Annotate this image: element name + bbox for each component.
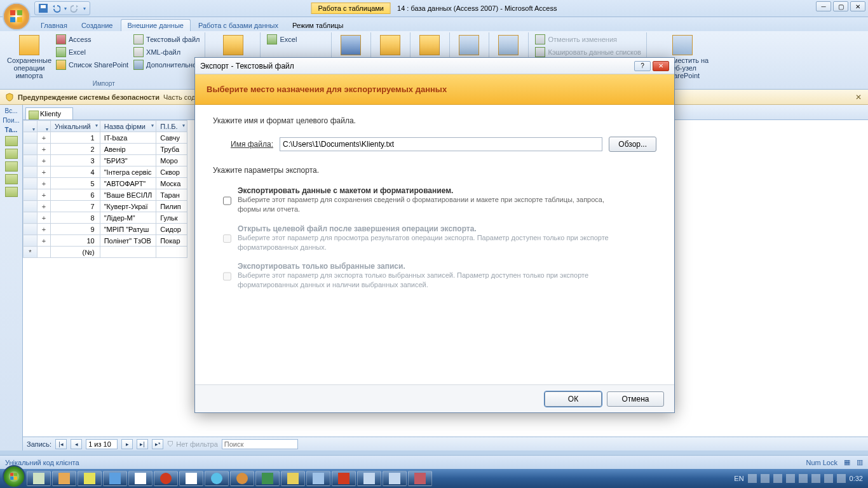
export-formatted-checkbox[interactable]	[223, 187, 231, 214]
cell-firm[interactable]: "МРІП "Ратуш	[100, 224, 156, 235]
expand-button[interactable]: +	[37, 201, 51, 212]
maximize-button[interactable]: ▢	[833, 1, 848, 11]
taskbar-app-icon[interactable]	[205, 471, 229, 486]
expand-button[interactable]: +	[37, 224, 51, 235]
cell-firm[interactable]: IT-baza	[100, 132, 156, 144]
taskbar-app-icon[interactable]	[154, 471, 178, 486]
taskbar-app-icon[interactable]	[255, 471, 280, 486]
record-position-input[interactable]	[86, 439, 118, 449]
cell-id[interactable]: 5	[51, 178, 100, 189]
tray-icon[interactable]	[799, 474, 808, 483]
browse-button[interactable]: Обзор...	[609, 137, 656, 152]
record-search-input[interactable]	[222, 439, 298, 449]
expand-button[interactable]: +	[37, 235, 51, 247]
close-button[interactable]: ✕	[850, 1, 865, 11]
nav-prev-button[interactable]: ◂	[71, 439, 82, 449]
view-datasheet-icon[interactable]: ▦	[844, 458, 850, 466]
expand-button[interactable]: +	[37, 212, 51, 224]
expand-button[interactable]: +	[37, 189, 51, 201]
cell-firm[interactable]: "Ваше ВЕСІЛЛ	[100, 189, 156, 201]
undo-dropdown-icon[interactable]: ▾	[64, 6, 67, 11]
nav-new-button[interactable]: ▸*	[152, 439, 163, 449]
nav-table-icon[interactable]	[5, 174, 18, 184]
cell-firm[interactable]	[100, 247, 156, 258]
export-excel-button[interactable]: Excel	[266, 34, 298, 45]
collect-button-1[interactable]	[376, 34, 404, 58]
cell-id[interactable]: (№)	[51, 247, 100, 258]
taskbar-app-icon[interactable]	[306, 471, 330, 486]
table-row[interactable]: + 1 IT-baza Савчу	[24, 132, 187, 144]
saved-imports-button[interactable]: Сохраненные операции импорта	[6, 34, 52, 81]
taskbar-app-icon[interactable]	[281, 471, 305, 486]
table-row[interactable]: + 10 Полінет" ТзОВ Покар	[24, 235, 187, 247]
table-row[interactable]: + 6 "Ваше ВЕСІЛЛ Таран	[24, 189, 187, 201]
table-row[interactable]: + 4 "Інтегра сервіс Сквор	[24, 166, 187, 178]
export-saved-button[interactable]	[210, 34, 256, 58]
taskbar-app-icon[interactable]	[230, 471, 254, 486]
cell-pib[interactable]: Сидор	[156, 224, 187, 235]
column-header-pib[interactable]: П.І.Б.	[156, 121, 187, 132]
cell-id[interactable]: 3	[51, 155, 100, 166]
security-close-button[interactable]: ✕	[854, 93, 863, 102]
cell-pib[interactable]: Гульк	[156, 212, 187, 224]
table-row[interactable]: + 3 "БРИЗ" Моро	[24, 155, 187, 166]
nav-table-icon[interactable]	[5, 187, 18, 197]
cell-id[interactable]: 2	[51, 144, 100, 155]
undo-icon[interactable]	[51, 4, 60, 13]
column-header-firm[interactable]: Назва фірми	[100, 121, 156, 132]
document-tab-klienty[interactable]: Klienty	[25, 107, 73, 119]
expand-button[interactable]: +	[37, 144, 51, 155]
row-header[interactable]	[24, 189, 37, 201]
row-header[interactable]	[24, 166, 37, 178]
tray-icon[interactable]	[786, 474, 795, 483]
redo-icon[interactable]	[71, 4, 79, 13]
table-row[interactable]: + 2 Авенір Труба	[24, 144, 187, 155]
minimize-button[interactable]: ─	[816, 1, 831, 11]
cell-id[interactable]: 9	[51, 224, 100, 235]
clock[interactable]: 0:32	[850, 475, 863, 482]
expand-button[interactable]: +	[37, 132, 51, 144]
cell-firm[interactable]: "Інтегра сервіс	[100, 166, 156, 178]
table-row[interactable]: + 9 "МРІП "Ратуш Сидор	[24, 224, 187, 235]
expand-button[interactable]: +	[37, 155, 51, 166]
tab-database-tools[interactable]: Работа с базами данных	[192, 20, 285, 31]
start-button[interactable]	[3, 465, 25, 488]
cell-id[interactable]: 10	[51, 235, 100, 247]
row-header[interactable]	[24, 235, 37, 247]
expand-button[interactable]: +	[37, 166, 51, 178]
collect-button-2[interactable]	[416, 34, 444, 58]
cancel-button[interactable]: Отмена	[607, 391, 664, 407]
taskbar-app-icon[interactable]	[332, 471, 356, 486]
tray-icon[interactable]	[837, 474, 846, 483]
table-row[interactable]: + 8 "Лідер-М" Гульк	[24, 212, 187, 224]
row-header[interactable]	[24, 144, 37, 155]
import-xml-button[interactable]: XML-файл	[132, 46, 201, 58]
taskbar-app-icon[interactable]	[128, 471, 153, 486]
row-header[interactable]	[24, 212, 37, 224]
table-row[interactable]: + 5 "АВТОФАРТ" Моска	[24, 178, 187, 189]
row-header[interactable]	[24, 155, 37, 166]
tray-icon[interactable]	[811, 474, 820, 483]
cell-pib[interactable]: Моро	[156, 155, 187, 166]
import-sharepoint-button[interactable]: Список SharePoint	[55, 59, 130, 71]
nav-last-button[interactable]: ▸|	[137, 439, 148, 449]
cell-id[interactable]: 4	[51, 166, 100, 178]
row-header[interactable]	[24, 132, 37, 144]
tab-datasheet[interactable]: Режим таблицы	[286, 20, 350, 31]
taskbar-app-icon[interactable]	[103, 471, 127, 486]
cell-firm[interactable]: "Лідер-М"	[100, 212, 156, 224]
nav-search-label[interactable]: Пои...	[3, 117, 20, 124]
qat-customize-icon[interactable]: ▾	[83, 6, 86, 11]
language-indicator[interactable]: EN	[734, 475, 743, 482]
cell-pib[interactable]: Труба	[156, 144, 187, 155]
new-record-row[interactable]: * (№)	[24, 247, 187, 258]
ok-button[interactable]: ОК	[545, 391, 602, 407]
taskbar-app-icon[interactable]	[408, 471, 432, 486]
cell-pib[interactable]: Пилип	[156, 201, 187, 212]
row-header[interactable]	[24, 224, 37, 235]
cell-firm[interactable]: "АВТОФАРТ"	[100, 178, 156, 189]
nav-first-button[interactable]: |◂	[55, 439, 67, 449]
tray-icon[interactable]	[748, 474, 757, 483]
taskbar-app-icon[interactable]	[78, 471, 102, 486]
cell-pib[interactable]: Моска	[156, 178, 187, 189]
